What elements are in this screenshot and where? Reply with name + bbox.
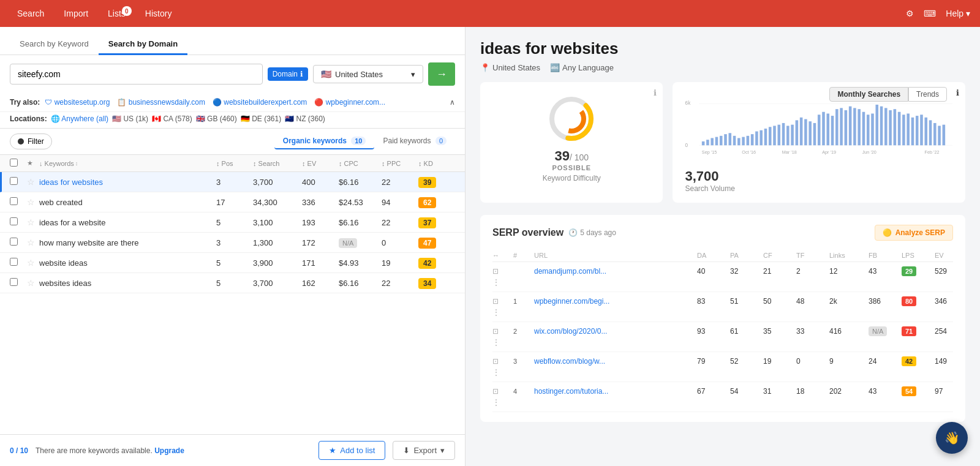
metrics-row: ℹ 39/ 100 POSSIBLE Keyword Difficulty ℹ <box>480 82 965 203</box>
serp-expand-icon[interactable]: ⊡ <box>492 327 511 336</box>
country-selector[interactable]: 🇺🇸 United States ▾ <box>313 65 423 83</box>
filter-button[interactable]: Filter <box>10 133 52 149</box>
table-row[interactable]: ☆ website ideas 5 3,900 171 $4.93 19 42 <box>0 253 465 273</box>
header-keywords[interactable]: ↓ Keywords ↕ <box>39 160 216 167</box>
row-keyword[interactable]: web created <box>39 198 216 207</box>
serp-row[interactable]: ⊡ 1 wpbeginner.com/begi... 83 51 50 48 2… <box>492 292 953 322</box>
row-keyword[interactable]: ideas for websites <box>39 178 216 187</box>
serp-row[interactable]: ⊡ demandjump.com/bl... 40 32 21 2 12 43 … <box>492 262 953 292</box>
export-button[interactable]: ⬇ Export ▾ <box>393 441 455 460</box>
serp-col-fb[interactable]: FB <box>869 252 899 259</box>
row-star[interactable]: ☆ <box>27 177 39 187</box>
collapse-try-also[interactable]: ∧ <box>450 98 455 107</box>
row-star[interactable]: ☆ <box>27 238 39 247</box>
serp-col-ev[interactable]: EV <box>935 252 953 259</box>
location-anywhere[interactable]: 🌐 Anywhere (all) <box>51 115 108 123</box>
settings-icon[interactable]: ⚙ <box>906 9 914 18</box>
tab-search-by-keyword[interactable]: Search by Keyword <box>10 34 99 55</box>
serp-row[interactable]: ⊡ 2 wix.com/blog/2020/0... 93 61 35 33 4… <box>492 322 953 352</box>
tab-search-by-domain[interactable]: Search by Domain <box>99 34 187 55</box>
row-keyword[interactable]: how many website are there <box>39 238 216 247</box>
row-ppc: 19 <box>382 258 418 268</box>
row-checkbox[interactable] <box>10 278 27 288</box>
serp-expand-icon[interactable]: ⊡ <box>492 387 511 396</box>
serp-col-da[interactable]: DA <box>697 252 728 259</box>
domain-input[interactable] <box>10 64 263 85</box>
serp-url-link[interactable]: wpbeginner.com/begi... <box>534 297 609 306</box>
serp-row[interactable]: ⊡ 3 webflow.com/blog/w... 79 52 19 0 9 2… <box>492 352 953 382</box>
serp-url-link[interactable]: webflow.com/blog/w... <box>534 357 605 366</box>
serp-more-icon[interactable]: ⋮ <box>492 368 511 377</box>
chat-fab[interactable]: 👋 <box>936 422 968 454</box>
row-checkbox[interactable] <box>10 258 27 268</box>
serp-url-link[interactable]: wix.com/blog/2020/0... <box>534 327 607 336</box>
header-pos[interactable]: ↕ Pos <box>216 160 253 167</box>
serp-more-icon[interactable]: ⋮ <box>492 278 511 287</box>
try-also-link-3[interactable]: 🔴 wpbeginner.com... <box>314 98 385 107</box>
table-row[interactable]: ☆ how many website are there 3 1,300 172… <box>0 233 465 253</box>
serp-url-link[interactable]: demandjump.com/bl... <box>534 267 606 276</box>
serp-url-link[interactable]: hostinger.com/tutoria... <box>534 387 608 396</box>
row-keyword[interactable]: websites ideas <box>39 279 216 288</box>
location-gb[interactable]: 🇬🇧 GB (460) <box>196 115 237 123</box>
row-cpc: $6.16 <box>339 178 382 187</box>
serp-col-pa[interactable]: PA <box>730 252 761 259</box>
serp-col-cf[interactable]: CF <box>763 252 794 259</box>
nav-import[interactable]: Import <box>56 5 96 22</box>
row-checkbox[interactable] <box>10 197 27 207</box>
search-go-button[interactable]: → <box>428 62 455 86</box>
serp-more-icon[interactable]: ⋮ <box>492 398 511 407</box>
tab-organic[interactable]: Organic keywords 10 <box>274 133 375 149</box>
row-checkbox[interactable] <box>10 238 27 247</box>
add-to-list-button[interactable]: ★ Add to list <box>318 441 385 460</box>
table-row[interactable]: ☆ ideas for a website 5 3,100 193 $6.16 … <box>0 212 465 233</box>
header-ppc[interactable]: ↕ PPC <box>382 160 418 167</box>
analyze-serp-button[interactable]: 🟡 Analyze SERP <box>875 225 953 241</box>
header-cpc[interactable]: ↕ CPC <box>339 160 382 167</box>
row-star[interactable]: ☆ <box>27 258 39 268</box>
location-de[interactable]: 🇩🇪 DE (361) <box>241 115 281 123</box>
serp-more-icon[interactable]: ⋮ <box>492 308 511 317</box>
serp-col-links[interactable]: Links <box>829 252 866 259</box>
kd-info-icon[interactable]: ℹ <box>654 88 657 97</box>
row-keyword[interactable]: ideas for a website <box>39 218 216 227</box>
try-also-link-1[interactable]: 📋 businessnewsdaily.com <box>117 98 205 107</box>
try-also-link-2[interactable]: 🔵 websitebuilderexpert.com <box>213 98 307 107</box>
row-keyword[interactable]: website ideas <box>39 258 216 268</box>
domain-badge[interactable]: Domain ℹ <box>268 67 308 81</box>
serp-expand-icon[interactable]: ⊡ <box>492 267 511 276</box>
nav-history[interactable]: History <box>138 5 179 22</box>
monthly-searches-btn[interactable]: Monthly Searches <box>829 87 908 102</box>
serp-more-icon[interactable]: ⋮ <box>492 338 511 347</box>
row-checkbox[interactable] <box>10 217 27 227</box>
location-nz[interactable]: 🇳🇿 NZ (360) <box>285 115 325 123</box>
location-us[interactable]: 🇺🇸 US (1k) <box>112 115 148 123</box>
serp-col-lps[interactable]: LPS <box>902 252 932 259</box>
row-star[interactable]: ☆ <box>27 217 39 227</box>
header-kd[interactable]: ↕ KD <box>418 160 455 167</box>
serp-expand-icon[interactable]: ⊡ <box>492 297 511 306</box>
upgrade-link[interactable]: Upgrade <box>154 446 184 455</box>
tab-paid[interactable]: Paid keywords 0 <box>374 133 455 149</box>
sv-info-icon[interactable]: ℹ <box>956 88 959 97</box>
header-ev[interactable]: ↕ EV <box>302 160 339 167</box>
row-star[interactable]: ☆ <box>27 278 39 288</box>
serp-row[interactable]: ⊡ 4 hostinger.com/tutoria... 67 54 31 18… <box>492 382 953 412</box>
help-menu[interactable]: Help ▾ <box>946 9 970 18</box>
keyboard-icon[interactable]: ⌨ <box>924 9 936 18</box>
location-pin-icon: 📍 <box>480 63 490 72</box>
serp-col-tf[interactable]: TF <box>796 252 827 259</box>
table-row[interactable]: ☆ ideas for websites 3 3,700 400 $6.16 2… <box>0 172 465 192</box>
row-star[interactable]: ☆ <box>27 197 39 207</box>
trends-btn[interactable]: Trends <box>908 87 947 102</box>
table-row[interactable]: ☆ web created 17 34,300 336 $24.53 94 62 <box>0 192 465 212</box>
serp-expand-icon[interactable]: ⊡ <box>492 357 511 366</box>
header-checkbox[interactable] <box>10 159 27 168</box>
table-row[interactable]: ☆ websites ideas 5 3,700 162 $6.16 22 34 <box>0 273 465 293</box>
location-ca[interactable]: 🇨🇦 CA (578) <box>152 115 192 123</box>
header-search[interactable]: ↕ Search <box>253 160 302 167</box>
nav-lists[interactable]: Lists 0 <box>100 5 133 22</box>
nav-search[interactable]: Search <box>10 5 51 22</box>
row-checkbox[interactable] <box>10 177 27 187</box>
try-also-link-0[interactable]: 🛡 websitesetup.org <box>45 98 110 107</box>
